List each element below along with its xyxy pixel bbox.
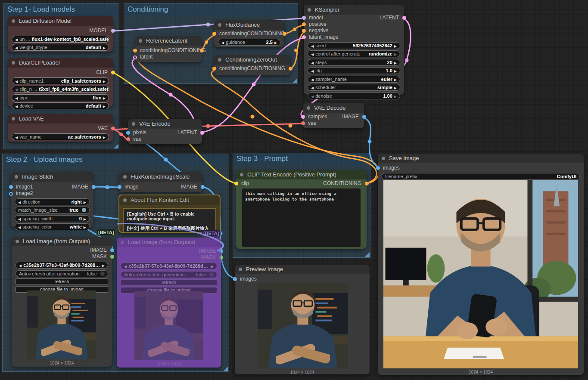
node-dual-clip-loader[interactable]: DualCLIPLoader CLIP clip_name1 clip_l.sa… <box>8 58 113 107</box>
increase-arrow-icon[interactable] <box>103 103 106 108</box>
output-port-conditioning[interactable] <box>200 49 204 53</box>
increase-arrow-icon[interactable] <box>84 199 86 204</box>
decrease-arrow-icon[interactable] <box>19 263 22 268</box>
node-title-bar[interactable]: Load VAE <box>8 114 113 124</box>
widget-auto-refresh[interactable]: Auto-refresh after generation false <box>121 271 217 278</box>
input-port-image2[interactable] <box>9 192 13 196</box>
decrease-arrow-icon[interactable] <box>311 93 314 99</box>
input-port-conditioning[interactable] <box>133 49 137 53</box>
increase-arrow-icon[interactable] <box>394 43 397 48</box>
refresh-button[interactable]: refresh <box>121 279 217 286</box>
image-preview[interactable] <box>383 180 578 368</box>
node-ksampler[interactable]: KSampler model LATENT positive negative … <box>304 5 404 95</box>
widget-guidance[interactable]: guidance 2.5 <box>218 39 280 46</box>
decrease-arrow-icon[interactable] <box>15 78 18 83</box>
input-port-model[interactable] <box>302 16 306 20</box>
node-title-bar[interactable]: ReferenceLatent <box>135 36 202 46</box>
group-title[interactable]: Step 1- Load models <box>4 4 119 15</box>
widget-unet-name[interactable]: un ... flux1-dev-kontext_fp8_scaled.safe… <box>12 36 109 43</box>
decrease-arrow-icon[interactable] <box>18 216 21 221</box>
decrease-arrow-icon[interactable] <box>15 37 18 42</box>
output-port-latent[interactable] <box>402 16 406 20</box>
widget-spacing-width[interactable]: spacing_width 0 <box>15 215 90 222</box>
collapse-dot-icon[interactable] <box>12 117 15 120</box>
node-title-bar[interactable]: Load Image (from Outputs) <box>117 238 221 247</box>
increase-arrow-icon[interactable] <box>394 93 397 99</box>
output-port-conditioning[interactable] <box>289 67 292 71</box>
node-title-bar[interactable]: KSampler <box>304 5 404 15</box>
input-port-images[interactable] <box>233 277 237 281</box>
node-title-bar[interactable]: ConditioningZeroOut <box>214 55 290 65</box>
widget-scheduler[interactable]: scheduler simple <box>308 84 400 91</box>
widget-spacing-color[interactable]: spacing_color white <box>15 223 90 230</box>
decrease-arrow-icon[interactable] <box>311 68 314 73</box>
decrease-arrow-icon[interactable] <box>311 85 314 90</box>
widget-type[interactable]: type flux <box>12 94 109 101</box>
collapse-dot-icon[interactable] <box>308 8 311 12</box>
node-title-bar[interactable]: FluxGuidance <box>214 20 284 30</box>
node-title-bar[interactable]: About Flux Kontext Edit <box>119 195 220 205</box>
decrease-arrow-icon[interactable] <box>311 43 314 48</box>
widget-auto-refresh[interactable]: Auto-refresh after generation false <box>16 270 108 277</box>
widget-control-after-generate[interactable]: control after generate randomize <box>308 50 400 57</box>
node-title-bar[interactable]: VAE Encode <box>128 119 202 129</box>
node-flux-kontext-image-scale[interactable]: FluxKontextImageScale image IMAGE <box>119 172 202 192</box>
node-load-image-1[interactable]: Load Image (from Outputs) IMAGE MASK c35… <box>12 237 112 367</box>
node-title-bar[interactable]: Load Diffusion Model <box>8 16 113 26</box>
decrease-arrow-icon[interactable] <box>311 51 314 56</box>
increase-arrow-icon[interactable] <box>274 40 277 45</box>
output-port-image[interactable] <box>92 185 96 189</box>
input-port-negative[interactable] <box>302 29 306 33</box>
node-conditioning-zero-out[interactable]: ConditioningZeroOut conditioning CONDITI… <box>214 55 290 75</box>
increase-arrow-icon[interactable] <box>103 45 106 50</box>
image-preview[interactable] <box>27 290 96 359</box>
decrease-arrow-icon[interactable] <box>15 134 18 139</box>
input-port-latent-image[interactable] <box>302 35 306 39</box>
collapse-dot-icon[interactable] <box>240 173 243 176</box>
increase-arrow-icon[interactable] <box>84 224 86 229</box>
node-title-bar[interactable]: VAE Decode <box>303 103 364 113</box>
widget-file-select[interactable]: c35e2b37-57e3-43af-8b09-7d288d6f3b40.... <box>16 262 108 269</box>
collapse-dot-icon[interactable] <box>12 61 15 65</box>
increase-arrow-icon[interactable] <box>394 77 397 82</box>
node-flux-guidance[interactable]: FluxGuidance conditioning CONDITIONING g… <box>214 20 284 47</box>
input-port-images[interactable] <box>376 166 380 170</box>
output-port-image[interactable] <box>362 115 366 119</box>
widget-clip-name1[interactable]: clip_name1 clip_l.safetensors <box>12 77 109 84</box>
input-port-pixels[interactable] <box>126 131 130 135</box>
collapse-dot-icon[interactable] <box>12 19 15 23</box>
prompt-textarea[interactable]: this man sitting in an office using a sm… <box>242 188 361 247</box>
decrease-arrow-icon[interactable] <box>18 224 21 229</box>
decrease-arrow-icon[interactable] <box>124 263 127 269</box>
node-reference-latent[interactable]: ReferenceLatent conditioning CONDITIONIN… <box>135 36 202 62</box>
input-port-latent[interactable] <box>133 56 137 59</box>
widget-direction[interactable]: direction right <box>15 198 90 205</box>
node-title-bar[interactable]: Preview Image <box>235 265 370 274</box>
node-preview-image[interactable]: Preview Image images <box>235 265 370 374</box>
increase-arrow-icon[interactable] <box>211 263 214 269</box>
output-port-model[interactable] <box>111 29 115 33</box>
choose-file-button[interactable]: choose file to upload <box>121 287 217 293</box>
widget-sampler-name[interactable]: sampler_name euler <box>308 76 400 83</box>
increase-arrow-icon[interactable] <box>84 216 86 221</box>
group-title[interactable]: Step 2 - Upload images <box>3 154 229 166</box>
input-port-image1[interactable] <box>9 185 13 189</box>
node-graph-canvas[interactable]: Step 1- Load models Conditioning Step 2 … <box>0 0 588 380</box>
output-port-image[interactable] <box>201 185 205 189</box>
collapse-dot-icon[interactable] <box>132 122 135 126</box>
output-port-conditioning[interactable] <box>283 32 286 36</box>
input-port-conditioning[interactable] <box>212 67 216 71</box>
node-title-bar[interactable]: FluxKontextImageScale <box>119 172 202 182</box>
collapse-dot-icon[interactable] <box>15 175 18 179</box>
output-port-conditioning[interactable] <box>365 182 369 185</box>
decrease-arrow-icon[interactable] <box>311 77 314 82</box>
decrease-arrow-icon[interactable] <box>221 40 224 45</box>
node-about-note[interactable]: About Flux Kontext Edit [English] Use Ct… <box>118 195 221 233</box>
output-port-vae[interactable] <box>111 127 115 130</box>
widget-match-image-size[interactable]: match_image_size true <box>15 207 90 213</box>
widget-vae-name[interactable]: vae_name ae.safetensors <box>12 133 109 140</box>
increase-arrow-icon[interactable] <box>394 68 397 73</box>
boolean-toggle[interactable] <box>100 272 105 276</box>
widget-filename-prefix[interactable]: filename_prefix ComfyUI <box>382 173 580 180</box>
refresh-button[interactable]: refresh <box>16 278 108 285</box>
